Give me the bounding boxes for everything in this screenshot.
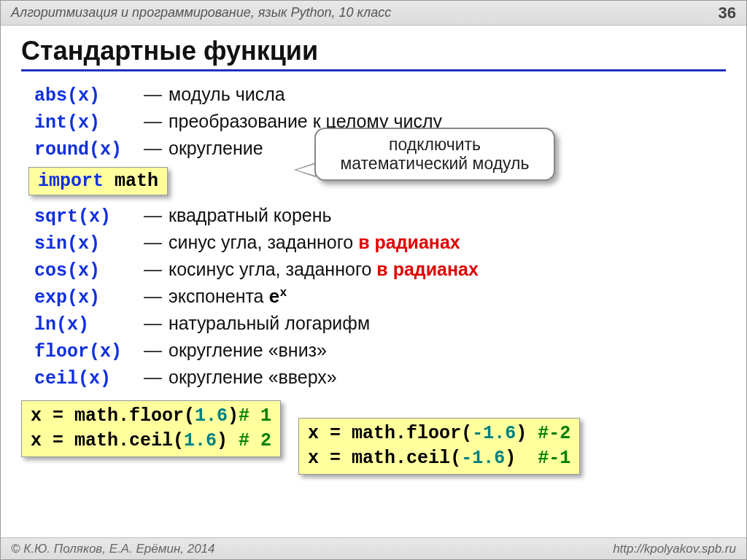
dash: — <box>144 365 169 390</box>
fn-row: exp(x) — экспонента ex <box>34 284 726 311</box>
fn-row: sqrt(x) — квадратный корень <box>34 203 726 230</box>
copyright: © К.Ю. Поляков, Е.А. Ерёмин, 2014 <box>11 542 215 556</box>
dash: — <box>144 82 169 107</box>
fn-desc: синус угла, заданного в радианах <box>169 230 460 255</box>
fn-name: round(x) <box>34 137 144 163</box>
fn-row: ln(x) — натуральный логарифм <box>34 311 726 338</box>
callout-bubble: подключить математический модуль <box>314 128 555 181</box>
fn-desc: округление «вверх» <box>169 365 337 390</box>
fn-name: exp(x) <box>34 285 144 311</box>
page-number: 36 <box>719 4 736 23</box>
dash: — <box>144 109 169 134</box>
fn-desc: косинус угла, заданного в радианах <box>169 257 479 282</box>
import-module: math <box>115 171 158 192</box>
fn-name: int(x) <box>34 110 144 136</box>
slide-content: Стандартные функции abs(x) — модуль числ… <box>1 26 746 475</box>
dash: — <box>144 136 169 161</box>
fn-row: abs(x) — модуль числа <box>34 82 726 109</box>
example-left: x = math.floor(1.6)# 1 x = math.ceil(1.6… <box>21 400 281 457</box>
import-keyword: import <box>38 171 104 192</box>
fn-name: ln(x) <box>34 312 144 338</box>
fn-name: sin(x) <box>34 231 144 257</box>
fn-name: floor(x) <box>34 339 144 365</box>
import-box: import math <box>28 167 168 195</box>
fn-desc: округление <box>169 136 263 161</box>
fn-name: cos(x) <box>34 258 144 284</box>
callout-tail-icon <box>294 163 316 177</box>
fn-name: ceil(x) <box>34 366 144 392</box>
fn-desc: натуральный логарифм <box>169 311 370 336</box>
fn-name: sqrt(x) <box>34 204 144 230</box>
fn-desc: округление «вниз» <box>169 338 327 363</box>
example-right: x = math.floor(-1.6) #-2 x = math.ceil(-… <box>298 418 580 475</box>
dash: — <box>144 284 169 309</box>
slide-title: Стандартные функции <box>21 36 726 71</box>
footer-bar: © К.Ю. Поляков, Е.А. Ерёмин, 2014 http:/… <box>1 537 746 559</box>
footer-url: http://kpolyakov.spb.ru <box>613 542 736 556</box>
examples: x = math.floor(1.6)# 1 x = math.ceil(1.6… <box>21 400 726 475</box>
fn-row: ceil(x) — округление «вверх» <box>34 365 726 392</box>
dash: — <box>144 257 169 282</box>
course-label: Алгоритмизация и программирование, язык … <box>11 5 391 20</box>
fn-row: floor(x) — округление «вниз» <box>34 338 726 365</box>
fn-row: cos(x) — косинус угла, заданного в радиа… <box>34 257 726 284</box>
dash: — <box>144 203 169 228</box>
dash: — <box>144 230 169 255</box>
fn-name: abs(x) <box>34 83 144 109</box>
dash: — <box>144 338 169 363</box>
fn-desc: экспонента ex <box>169 284 287 311</box>
dash: — <box>144 311 169 336</box>
fn-row: sin(x) — синус угла, заданного в радиана… <box>34 230 726 257</box>
header-bar: Алгоритмизация и программирование, язык … <box>1 1 746 26</box>
fn-desc: модуль числа <box>169 82 285 107</box>
fn-desc: квадратный корень <box>169 203 332 228</box>
